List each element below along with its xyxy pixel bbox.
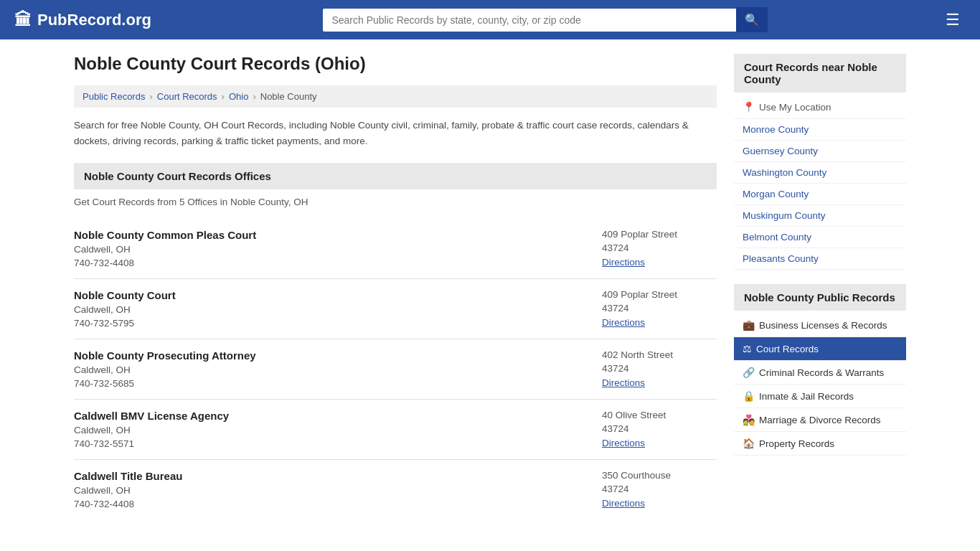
directions-link-4[interactable]: Directions <box>602 498 645 509</box>
nearby-header: Court Records near Noble County <box>734 54 906 93</box>
sidebar-item-3[interactable]: 🔒 Inmate & Jail Records <box>734 385 906 408</box>
location-icon: 📍 <box>743 101 755 113</box>
office-left-2: Noble County Prosecuting Attorney Caldwe… <box>74 349 256 389</box>
sidebar-item-4[interactable]: 💑 Marriage & Divorce Records <box>734 408 906 432</box>
nearby-county-0[interactable]: Monroe County <box>734 119 906 141</box>
office-street-4: 350 Courthouse <box>602 470 717 481</box>
sidebar-label-1: Court Records <box>756 344 819 354</box>
office-left-4: Caldwell Title Bureau Caldwell, OH 740-7… <box>74 470 182 509</box>
nearby-county-6[interactable]: Pleasants County <box>734 248 906 270</box>
menu-button[interactable]: ☰ <box>940 8 966 32</box>
office-phone-0: 740-732-4408 <box>74 258 256 268</box>
sidebar: Court Records near Noble County 📍 Use My… <box>734 54 906 519</box>
office-zip-4: 43724 <box>602 484 717 494</box>
table-row: Caldwell Title Bureau Caldwell, OH 740-7… <box>74 460 717 519</box>
sidebar-icon-3: 🔒 <box>743 390 755 402</box>
content-area: Noble County Court Records (Ohio) Public… <box>74 54 717 519</box>
sidebar-item-1[interactable]: ⚖ Court Records <box>734 337 906 361</box>
nearby-county-1[interactable]: Guernsey County <box>734 141 906 162</box>
sidebar-icon-0: 💼 <box>743 319 755 331</box>
logo-icon: 🏛 <box>14 10 32 30</box>
sidebar-item-0[interactable]: 💼 Business Licenses & Records <box>734 314 906 337</box>
sidebar-label-4: Marriage & Divorce Records <box>759 415 881 425</box>
search-button[interactable]: 🔍 <box>736 7 768 32</box>
sidebar-icon-4: 💑 <box>743 414 755 425</box>
office-phone-2: 740-732-5685 <box>74 378 256 389</box>
office-right-0: 409 Poplar Street 43724 Directions <box>602 229 717 268</box>
office-right-4: 350 Courthouse 43724 Directions <box>602 470 717 509</box>
use-location[interactable]: 📍 Use My Location <box>734 95 906 119</box>
sidebar-label-0: Business Licenses & Records <box>759 320 887 331</box>
office-street-2: 402 North Street <box>602 349 717 360</box>
nearby-counties-list: Monroe CountyGuernsey CountyWashington C… <box>734 119 906 270</box>
office-left-1: Noble County Court Caldwell, OH 740-732-… <box>74 289 176 329</box>
office-right-3: 40 Olive Street 43724 Directions <box>602 410 717 449</box>
office-phone-3: 740-732-5571 <box>74 438 229 449</box>
nearby-county-2[interactable]: Washington County <box>734 162 906 184</box>
logo[interactable]: 🏛 PubRecord.org <box>14 10 151 30</box>
sidebar-label-5: Property Records <box>759 438 834 449</box>
search-input[interactable] <box>323 9 736 32</box>
office-zip-0: 43724 <box>602 242 717 253</box>
breadcrumb-sep-1: › <box>149 91 152 102</box>
office-right-1: 409 Poplar Street 43724 Directions <box>602 289 717 329</box>
sidebar-item-5[interactable]: 🏠 Property Records <box>734 432 906 456</box>
breadcrumb-public-records[interactable]: Public Records <box>83 91 145 102</box>
sidebar-icon-1: ⚖ <box>743 343 752 354</box>
sidebar-label-2: Criminal Records & Warrants <box>759 367 884 378</box>
office-phone-4: 740-732-4408 <box>74 499 182 509</box>
sidebar-icon-2: 🔗 <box>743 367 755 378</box>
use-location-label: Use My Location <box>759 102 831 113</box>
office-left-3: Caldwell BMV License Agency Caldwell, OH… <box>74 410 229 449</box>
office-city-0: Caldwell, OH <box>74 244 256 255</box>
office-street-3: 40 Olive Street <box>602 410 717 420</box>
office-name-3: Caldwell BMV License Agency <box>74 410 229 422</box>
office-name-2: Noble County Prosecuting Attorney <box>74 349 256 362</box>
breadcrumb-current: Noble County <box>260 91 317 102</box>
office-zip-2: 43724 <box>602 363 717 374</box>
nearby-county-5[interactable]: Belmont County <box>734 227 906 248</box>
office-street-0: 409 Poplar Street <box>602 229 717 240</box>
directions-link-2[interactable]: Directions <box>602 377 645 388</box>
breadcrumb-ohio[interactable]: Ohio <box>229 91 248 102</box>
office-right-2: 402 North Street 43724 Directions <box>602 349 717 389</box>
public-records-header: Noble County Public Records <box>734 284 906 311</box>
office-city-3: Caldwell, OH <box>74 425 229 435</box>
office-city-2: Caldwell, OH <box>74 364 256 375</box>
office-left-0: Noble County Common Pleas Court Caldwell… <box>74 229 256 268</box>
office-city-4: Caldwell, OH <box>74 485 182 496</box>
breadcrumb-court-records[interactable]: Court Records <box>157 91 217 102</box>
breadcrumb: Public Records › Court Records › Ohio › … <box>74 85 717 108</box>
page-title: Noble County Court Records (Ohio) <box>74 54 717 74</box>
sidebar-icon-5: 🏠 <box>743 438 755 449</box>
table-row: Noble County Prosecuting Attorney Caldwe… <box>74 339 717 400</box>
table-row: Noble County Court Caldwell, OH 740-732-… <box>74 279 717 339</box>
offices-count: Get Court Records from 5 Offices in Nobl… <box>74 197 717 207</box>
sidebar-item-2[interactable]: 🔗 Criminal Records & Warrants <box>734 361 906 385</box>
nearby-county-4[interactable]: Muskingum County <box>734 205 906 227</box>
directions-link-0[interactable]: Directions <box>602 257 645 268</box>
office-street-1: 409 Poplar Street <box>602 289 717 300</box>
breadcrumb-sep-3: › <box>253 91 255 102</box>
office-name-4: Caldwell Title Bureau <box>74 470 182 482</box>
office-zip-1: 43724 <box>602 303 717 314</box>
directions-link-3[interactable]: Directions <box>602 438 645 448</box>
table-row: Caldwell BMV License Agency Caldwell, OH… <box>74 400 717 460</box>
office-name-0: Noble County Common Pleas Court <box>74 229 256 241</box>
header: 🏛 PubRecord.org 🔍 ☰ <box>0 0 980 39</box>
section-header: Noble County Court Records Offices <box>74 163 717 189</box>
table-row: Noble County Common Pleas Court Caldwell… <box>74 219 717 279</box>
description: Search for free Noble County, OH Court R… <box>74 118 717 149</box>
directions-link-1[interactable]: Directions <box>602 317 645 328</box>
breadcrumb-sep-2: › <box>222 91 225 102</box>
search-area: 🔍 <box>323 7 768 32</box>
office-city-1: Caldwell, OH <box>74 304 176 315</box>
office-name-1: Noble County Court <box>74 289 176 301</box>
nearby-county-3[interactable]: Morgan County <box>734 184 906 205</box>
offices-list: Noble County Common Pleas Court Caldwell… <box>74 219 717 519</box>
office-zip-3: 43724 <box>602 423 717 434</box>
logo-text: PubRecord.org <box>37 11 151 29</box>
public-records-list: 💼 Business Licenses & Records ⚖ Court Re… <box>734 314 906 456</box>
main-container: Noble County Court Records (Ohio) Public… <box>60 39 920 534</box>
office-phone-1: 740-732-5795 <box>74 318 176 329</box>
